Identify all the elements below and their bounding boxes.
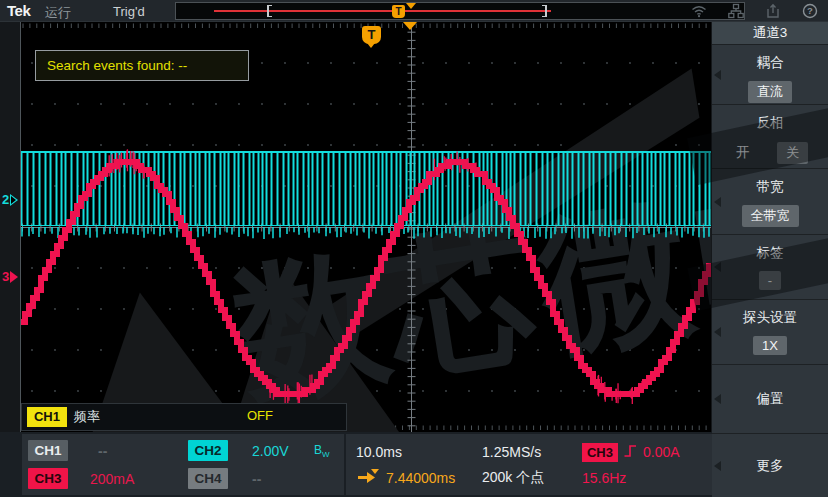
window-bracket-right-icon <box>542 5 547 17</box>
measurement-value: OFF <box>247 408 273 423</box>
menu-item-coupling[interactable]: 耦合 直流 <box>712 44 828 104</box>
trigger-source-badge[interactable]: CH3 <box>582 443 618 462</box>
search-events-banner: Search events found: -- <box>35 50 249 81</box>
section-arrow-icon <box>714 197 721 207</box>
trigger-level-badge[interactable]: T <box>362 26 381 44</box>
tek-logo: Tek <box>7 2 30 19</box>
bottom-readout-bar: CH1 -- CH2 2.00V BW CH3 200mA CH4 -- 10.… <box>0 432 712 497</box>
section-arrow-icon <box>714 70 721 80</box>
waveform-canvas: 数芯微电 <box>21 22 711 432</box>
trigger-position-arrow-icon <box>406 3 416 9</box>
export-icon[interactable] <box>765 3 781 19</box>
ch2-bandwidth-limit-icon: BW <box>314 443 330 459</box>
ch3-scale-value: 200mA <box>90 471 134 487</box>
bandwidth-value-button[interactable]: 全带宽 <box>742 205 799 227</box>
ch2-position-marker[interactable]: 2 <box>2 192 18 207</box>
menu-item-label[interactable]: 标签 - <box>712 234 828 299</box>
menu-item-offset[interactable]: 偏置 <box>712 364 828 433</box>
ch3-badge[interactable]: CH3 <box>28 468 68 489</box>
label-value-button[interactable]: - <box>759 271 781 290</box>
ch2-marker-triangle-icon <box>10 194 18 206</box>
channel-readouts: CH1 -- CH2 2.00V BW CH3 200mA CH4 -- <box>22 434 344 495</box>
side-menu-title: 通道3 <box>712 22 828 44</box>
ch4-scale-value: -- <box>252 471 261 487</box>
acquisition-run-status: 运行 <box>45 4 71 22</box>
section-arrow-icon <box>714 262 721 272</box>
horizontal-trigger-readouts: 10.0ms 1.25MS/s CH3 0.00A 7.44000ms 200k… <box>346 434 712 495</box>
menu-item-invert[interactable]: 反相 开 关 <box>712 104 828 168</box>
section-arrow-icon <box>714 327 721 337</box>
menu-item-bandwidth[interactable]: 带宽 全带宽 <box>712 168 828 234</box>
oscilloscope-screen: Tek 运行 Trig'd T ? 2 3 数芯微电 Search events… <box>0 0 828 497</box>
section-arrow-icon <box>714 394 721 404</box>
trigger-frequency: 15.6Hz <box>582 470 626 486</box>
probe-value-button[interactable]: 1X <box>753 336 787 355</box>
trigger-status: Trig'd <box>113 4 145 19</box>
wifi-icon[interactable] <box>691 3 707 19</box>
rising-edge-icon <box>623 443 638 462</box>
menu-item-more[interactable]: 更多 <box>712 433 828 497</box>
help-icon[interactable]: ? <box>802 3 818 19</box>
ch2-scale-value: 2.00V <box>252 443 289 459</box>
ch1-badge[interactable]: CH1 <box>28 440 68 461</box>
measurement-type-label: 频率 <box>74 408 100 426</box>
ch3-marker-triangle-icon <box>10 271 18 283</box>
horizontal-delay-icon <box>356 469 380 488</box>
coupling-value-button[interactable]: 直流 <box>748 81 792 103</box>
menu-item-probe-setup[interactable]: 探头设置 1X <box>712 299 828 364</box>
window-bracket-left-icon <box>267 5 272 17</box>
measurement-channel-badge: CH1 <box>27 407 67 427</box>
trigger-point-arrow-icon <box>403 22 417 30</box>
invert-on-option[interactable]: 开 <box>736 144 750 162</box>
sample-rate: 1.25MS/s <box>482 444 582 460</box>
waveform-display: 数芯微电 Search events found: -- T CH1 频率 OF… <box>20 22 711 432</box>
svg-text:?: ? <box>807 5 813 16</box>
top-status-bar: Tek 运行 Trig'd T ? <box>0 0 828 22</box>
side-menu-channel3: 通道3 耦合 直流 反相 开 关 带宽 全带宽 标签 - 探头设置 1X <box>712 22 828 497</box>
measurement-bar[interactable]: CH1 频率 OFF <box>21 403 347 431</box>
record-waveform-line <box>214 10 551 12</box>
trigger-level-value: 0.00A <box>643 444 680 460</box>
section-arrow-icon <box>714 461 721 471</box>
invert-off-option[interactable]: 关 <box>777 142 808 164</box>
time-per-div: 10.0ms <box>346 444 482 460</box>
ch2-badge[interactable]: CH2 <box>188 440 228 461</box>
ch1-scale-value: -- <box>98 443 107 459</box>
trigger-position-badge[interactable]: T <box>392 5 405 18</box>
network-icon[interactable] <box>728 3 744 19</box>
horizontal-delay-value: 7.44000ms <box>386 470 455 486</box>
ch3-position-marker[interactable]: 3 <box>2 269 18 284</box>
record-view-bar[interactable]: T <box>175 2 745 20</box>
ch4-badge[interactable]: CH4 <box>188 468 228 489</box>
record-length: 200k 个点 <box>482 469 582 487</box>
